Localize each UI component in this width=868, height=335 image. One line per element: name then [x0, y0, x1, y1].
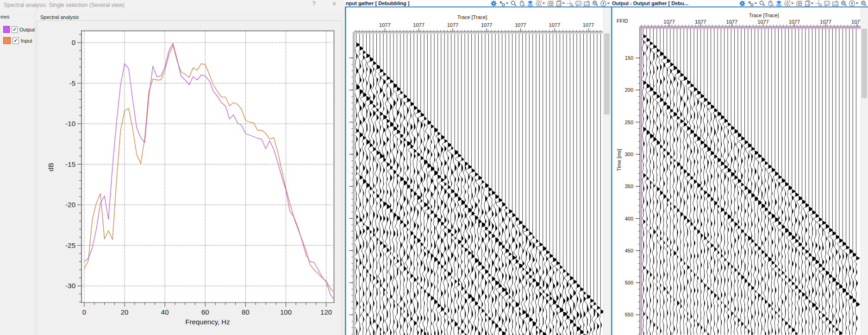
spectral-titlebar[interactable]: Spectral analysis: Single selection (Sev… [0, 0, 345, 10]
gear-icon[interactable] [739, 0, 746, 7]
image-export-icon[interactable] [583, 0, 590, 7]
spectral-window-title: Spectral analysis: Single selection (Sev… [4, 2, 125, 8]
x-axis-title: Frequency, Hz [185, 318, 230, 326]
input-gather-toolbar [490, 0, 611, 7]
help-button[interactable]: ? [307, 0, 320, 10]
layers-icon[interactable] [527, 0, 534, 7]
chevron-down-icon [811, 1, 814, 5]
trace-wiggles [642, 29, 860, 335]
screen: Spectral analysis: Single selection (Sev… [0, 0, 868, 335]
pages-icon[interactable] [804, 0, 814, 7]
time-tick-label: 250 [625, 120, 633, 125]
x-tick-label: 120 [320, 308, 332, 316]
input-gather-titlebar[interactable]: nput gather [ Debubbling ] [345, 0, 611, 7]
chevron-down-icon [856, 1, 859, 5]
trace-tick-label: 1077 [549, 22, 560, 28]
y-tick-label: -10 [65, 120, 75, 127]
time-tick-label: 400 [625, 216, 633, 221]
x-tick-label: 0 [82, 308, 86, 316]
output-gather-display[interactable]: Trace [Trace]107710771077107710771077107… [611, 0, 868, 335]
output-gather-titlebar[interactable]: Output - Output gather [ Debu... [611, 0, 868, 7]
y-tick-label: -5 [69, 79, 75, 87]
x-tick-label: 100 [280, 308, 292, 316]
input-gather-title: nput gather [ Debubbling ] [345, 0, 409, 6]
gear-icon[interactable] [490, 0, 497, 7]
zoom-icon[interactable] [759, 0, 766, 7]
spectral-analysis-window: Spectral analysis: Single selection (Sev… [0, 0, 345, 335]
comment-icon[interactable] [824, 0, 831, 7]
wiggle-icon[interactable] [535, 0, 545, 7]
y-tick-label: -15 [65, 160, 75, 168]
spectral-chart[interactable]: 0-5-10-15-20-25-30020406080100120Frequen… [0, 10, 344, 335]
wiggle-grid-icon[interactable] [547, 0, 554, 7]
compass-icon[interactable] [849, 0, 859, 7]
y-tick-label: 0 [72, 38, 75, 46]
chevron-down-icon [506, 1, 509, 5]
time-tick-label: 350 [625, 183, 633, 189]
output-gather-toolbar [739, 0, 868, 7]
wiggle-grid-icon[interactable] [795, 0, 802, 7]
mouse-icon[interactable] [767, 0, 774, 7]
trace-axis-title: Trace [Trace] [457, 14, 487, 20]
select-area-icon[interactable] [499, 0, 509, 7]
trace-axis-title: Trace [Trace] [749, 13, 779, 18]
trace-tick-label: 1077 [583, 22, 594, 28]
image-export-icon[interactable] [832, 0, 839, 7]
compass-icon[interactable] [600, 0, 610, 7]
chevron-down-icon [542, 1, 545, 5]
zoom-q-icon[interactable] [860, 0, 867, 7]
ffid-label: FFID [617, 18, 628, 24]
close-icon[interactable]: × [328, 0, 341, 10]
trace-wiggles [354, 34, 604, 335]
zoom-q-icon[interactable] [592, 0, 599, 7]
input-gather-window: Trace [Trace]107710771077107710771077107… [345, 0, 611, 335]
y-axis-title: dB [47, 163, 55, 171]
crosshair-icon[interactable] [567, 0, 574, 7]
time-tick-label: 200 [625, 87, 633, 93]
y-tick-label: -20 [65, 201, 75, 209]
trace-tick-label: 1077 [481, 22, 492, 28]
time-tick-label: 500 [625, 280, 633, 285]
vertical-scrollbar[interactable] [603, 7, 611, 335]
y-tick-label: -30 [65, 282, 75, 290]
zoom-icon[interactable] [510, 0, 517, 7]
layers-icon[interactable] [775, 0, 782, 7]
trace-tick-label: 1077 [413, 22, 424, 28]
time-tick-label: 450 [625, 248, 633, 253]
time-tick-label: 150 [625, 55, 633, 61]
time-tick-label: 550 [625, 312, 633, 317]
x-tick-label: 20 [121, 308, 129, 316]
x-tick-label: 40 [161, 308, 169, 316]
scrollbar-thumb[interactable] [604, 33, 610, 114]
chevron-down-icon [562, 1, 565, 5]
wiggle-icon[interactable] [784, 0, 794, 7]
chevron-down-icon [607, 1, 610, 5]
select-area-icon[interactable] [747, 0, 757, 7]
x-tick-label: 80 [242, 308, 250, 316]
y-tick-label: -25 [65, 241, 75, 249]
scrollbar-thumb[interactable] [862, 29, 867, 98]
time-axis-title: Time [ms] [616, 149, 622, 171]
comment-icon[interactable] [575, 0, 582, 7]
chevron-down-icon [754, 1, 757, 5]
output-gather-title: Output - Output gather [ Debu... [611, 0, 688, 6]
trace-tick-label: 1077 [447, 22, 458, 28]
trace-tick-label: 1077 [379, 22, 390, 28]
input-gather-display[interactable]: Trace [Trace]107710771077107710771077107… [345, 0, 611, 335]
time-tick-label: 300 [625, 152, 633, 157]
trace-tick-label: 1077 [515, 22, 526, 28]
output-gather-window: Trace [Trace]107710771077107710771077107… [611, 0, 868, 335]
mouse-icon[interactable] [518, 0, 525, 7]
x-tick-label: 60 [201, 308, 209, 316]
crosshair-icon[interactable] [815, 0, 822, 7]
pages-icon[interactable] [555, 0, 565, 7]
chevron-down-icon [791, 1, 794, 5]
vertical-scrollbar[interactable] [861, 7, 868, 335]
zoom-q-icon[interactable] [840, 0, 847, 7]
